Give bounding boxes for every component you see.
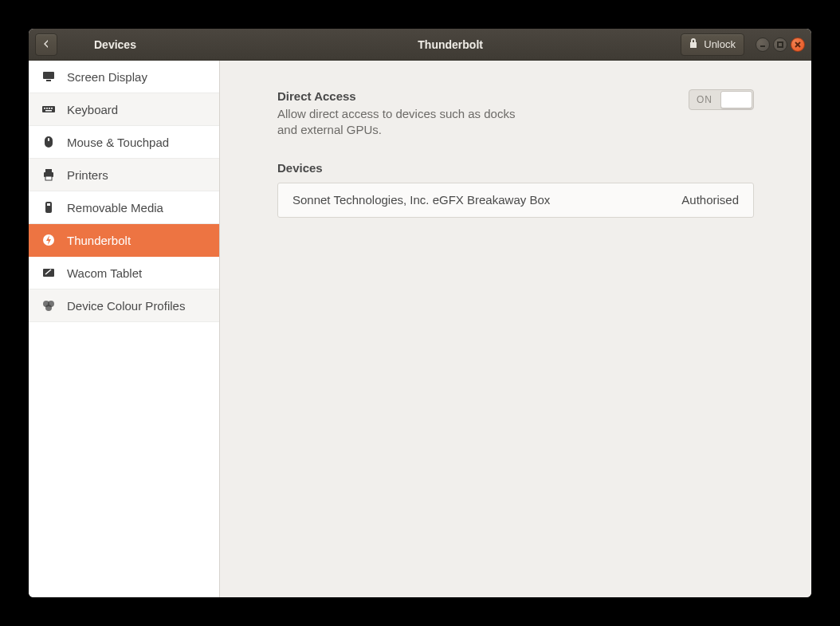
display-icon — [41, 69, 56, 84]
content-pane: Direct Access Allow direct access to dev… — [220, 61, 811, 597]
keyboard-icon — [41, 102, 56, 116]
sidebar-item-printers[interactable]: Printers — [29, 159, 219, 191]
svg-rect-18 — [43, 269, 54, 277]
header-left: Devices — [29, 33, 220, 56]
svg-rect-8 — [46, 108, 48, 109]
sidebar-item-removable-media[interactable]: Removable Media — [29, 191, 219, 224]
svg-rect-1 — [778, 42, 783, 47]
window-body: Screen Display Keyboard Mouse & Touchpad… — [29, 61, 811, 597]
switch-label: ON — [689, 94, 720, 105]
sidebar-item-label: Mouse & Touchpad — [67, 136, 169, 149]
direct-access-text: Direct Access Allow direct access to dev… — [277, 89, 532, 139]
sidebar: Screen Display Keyboard Mouse & Touchpad… — [29, 61, 220, 597]
removable-media-icon — [41, 200, 56, 215]
mouse-icon — [41, 135, 56, 149]
sidebar-item-keyboard[interactable]: Keyboard — [29, 93, 219, 126]
svg-rect-16 — [47, 203, 50, 206]
unlock-button[interactable]: Unlock — [681, 33, 744, 56]
direct-access-switch[interactable]: ON — [689, 89, 754, 110]
sidebar-item-label: Wacom Tablet — [67, 266, 142, 280]
svg-rect-11 — [45, 110, 52, 112]
page-title: Thunderbolt — [220, 38, 681, 51]
svg-rect-7 — [44, 108, 45, 109]
device-status: Authorised — [681, 193, 739, 207]
sidebar-item-wacom-tablet[interactable]: Wacom Tablet — [29, 257, 219, 289]
direct-access-description: Allow direct access to devices such as d… — [277, 106, 532, 139]
sidebar-item-label: Device Colour Profiles — [67, 299, 185, 313]
direct-access-title: Direct Access — [277, 89, 532, 103]
sidebar-item-label: Printers — [67, 168, 108, 182]
chevron-left-icon — [41, 38, 51, 51]
sidebar-item-label: Thunderbolt — [67, 234, 131, 247]
svg-rect-4 — [43, 72, 54, 79]
sidebar-item-screen-display[interactable]: Screen Display — [29, 61, 219, 93]
colour-profiles-icon — [41, 298, 56, 313]
svg-rect-9 — [49, 108, 50, 109]
sidebar-item-device-colour-profiles[interactable]: Device Colour Profiles — [29, 289, 219, 322]
device-row[interactable]: Sonnet Technologies, Inc. eGFX Breakaway… — [277, 183, 754, 218]
sidebar-item-label: Screen Display — [67, 70, 147, 84]
tablet-icon — [41, 266, 56, 280]
sidebar-title: Devices — [94, 38, 136, 51]
devices-heading: Devices — [277, 161, 754, 175]
svg-rect-6 — [42, 106, 55, 112]
printer-icon — [41, 167, 56, 182]
lock-icon — [688, 37, 699, 51]
device-name: Sonnet Technologies, Inc. eGFX Breakaway… — [292, 193, 550, 207]
thunderbolt-icon — [41, 233, 56, 247]
direct-access-section: Direct Access Allow direct access to dev… — [277, 89, 754, 139]
svg-rect-14 — [45, 176, 52, 180]
header-bar: Devices Thunderbolt Unlock — [29, 29, 811, 61]
sidebar-item-mouse-touchpad[interactable]: Mouse & Touchpad — [29, 126, 219, 159]
svg-rect-10 — [51, 108, 53, 109]
unlock-label: Unlock — [704, 38, 736, 50]
svg-rect-5 — [46, 80, 51, 81]
svg-point-21 — [45, 305, 52, 311]
settings-window: Devices Thunderbolt Unlock — [29, 29, 811, 597]
window-controls — [756, 37, 805, 52]
sidebar-item-label: Removable Media — [67, 201, 163, 215]
minimize-button[interactable] — [756, 37, 770, 52]
sidebar-item-thunderbolt[interactable]: Thunderbolt — [29, 224, 219, 257]
back-button[interactable] — [35, 33, 57, 56]
maximize-button[interactable] — [773, 37, 787, 52]
close-button[interactable] — [791, 37, 805, 52]
svg-rect-13 — [45, 169, 52, 172]
switch-knob — [720, 91, 752, 108]
header-right: Unlock — [681, 33, 811, 56]
sidebar-item-label: Keyboard — [67, 103, 118, 116]
